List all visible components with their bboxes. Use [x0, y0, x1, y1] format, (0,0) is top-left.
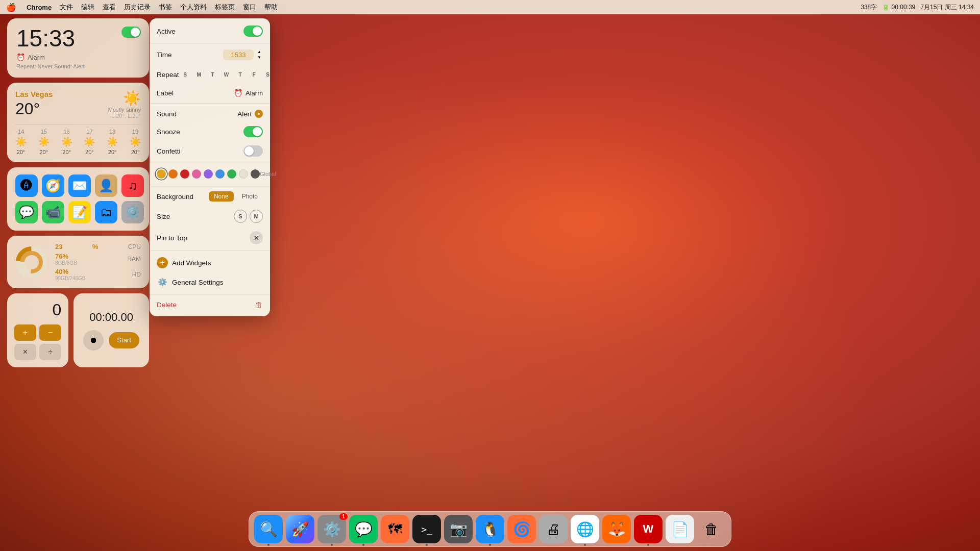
- sp-active-toggle[interactable]: [243, 26, 263, 37]
- sp-repeat-row: Repeat S M T W T F S: [150, 64, 270, 85]
- menubar-file[interactable]: 文件: [60, 3, 73, 12]
- sp-snooze-toggle[interactable]: [243, 126, 263, 137]
- dock-finder[interactable]: 🔍: [254, 515, 283, 543]
- app-messages[interactable]: 💬: [15, 201, 38, 223]
- menubar-help[interactable]: 帮助: [264, 3, 278, 12]
- app-notes[interactable]: 📝: [68, 201, 91, 223]
- dock-trash[interactable]: 🗑: [697, 515, 726, 543]
- menubar-app-name[interactable]: Chrome: [27, 4, 52, 11]
- sp-color-blue[interactable]: [215, 169, 225, 179]
- sp-day-fri[interactable]: F: [248, 68, 260, 81]
- dock-petalmaps[interactable]: 🗺: [381, 515, 409, 543]
- dock-sysprefs-icon: ⚙️: [323, 521, 341, 538]
- sp-day-wed[interactable]: W: [220, 68, 233, 81]
- dock-firefox[interactable]: 🦊: [602, 515, 631, 543]
- app-settings[interactable]: ⚙️: [121, 201, 144, 223]
- forecast-temp-3: 20°: [85, 149, 94, 155]
- sp-bg-none-btn[interactable]: None: [209, 191, 234, 202]
- sp-divider-2: [150, 103, 270, 104]
- stopwatch-controls: ⏺ Start: [83, 330, 139, 350]
- stats-hd-row: 40% 99GB/246GB HD: [55, 268, 141, 281]
- dock-imagecapture[interactable]: 📷: [444, 515, 473, 543]
- sp-color-pink[interactable]: [192, 169, 201, 179]
- sp-pin-icon[interactable]: ✕: [250, 231, 263, 244]
- dock-qq-dot: [489, 544, 491, 546]
- sp-background-row: Background None Photo: [150, 187, 270, 206]
- sp-day-tue[interactable]: T: [207, 68, 219, 81]
- sp-color-black[interactable]: [251, 169, 260, 179]
- alarm-row: ⏰ Alarm: [16, 53, 140, 61]
- sp-color-green[interactable]: [227, 169, 236, 179]
- sp-day-sun[interactable]: S: [179, 68, 191, 81]
- dock-app9[interactable]: 🌀: [507, 515, 536, 543]
- stats-cpu-val: 23: [55, 243, 62, 251]
- app-appstore[interactable]: 🅐: [15, 174, 38, 197]
- sp-time-down[interactable]: ▼: [256, 55, 263, 60]
- sp-delete-row[interactable]: Delete 🗑: [150, 296, 270, 313]
- dock-app13[interactable]: 📄: [666, 515, 694, 543]
- dock-wps[interactable]: W: [634, 515, 663, 543]
- stopwatch-reset-btn[interactable]: ⏺: [83, 330, 104, 350]
- app-facetime[interactable]: 📹: [42, 201, 64, 223]
- dock-firefox-icon: 🦊: [608, 521, 626, 538]
- menubar-tabs[interactable]: 标签页: [215, 3, 235, 12]
- calc-plus-btn[interactable]: +: [14, 324, 36, 341]
- app-contacts[interactable]: 👤: [95, 174, 117, 197]
- forecast-temp-0: 20°: [17, 149, 26, 155]
- sp-add-widgets-row[interactable]: + Add Widgets: [150, 253, 270, 272]
- sp-sound-value: Alert: [237, 110, 252, 118]
- dock-sysprefs-dot: [331, 544, 333, 546]
- sp-day-thu[interactable]: T: [234, 68, 247, 81]
- stats-donut-chart: [15, 246, 48, 279]
- app-mail[interactable]: ✉️: [68, 174, 91, 197]
- menubar-view[interactable]: 查看: [103, 3, 116, 12]
- apple-menu-icon[interactable]: 🍎: [6, 3, 16, 12]
- sp-color-white[interactable]: [239, 169, 248, 179]
- sp-day-buttons: S M T W T F S: [179, 68, 274, 81]
- menubar-profile[interactable]: 个人资料: [180, 3, 207, 12]
- menubar-battery: 🔋 00:00:39: [882, 4, 915, 11]
- weather-sun-icon: ☀️: [108, 90, 141, 107]
- stats-hd-val: 40: [55, 268, 62, 276]
- sp-confetti-toggle[interactable]: [243, 145, 263, 157]
- sp-divider-1: [150, 43, 270, 43]
- app-safari[interactable]: 🧭: [42, 174, 64, 197]
- clock-toggle[interactable]: [121, 27, 141, 38]
- dock-wps-icon: W: [643, 522, 654, 536]
- sp-day-mon[interactable]: M: [193, 68, 205, 81]
- dock-app9-icon: 🌀: [513, 521, 531, 538]
- app-finder[interactable]: 🗂: [95, 201, 117, 223]
- sp-time-input[interactable]: [223, 49, 254, 60]
- sp-size-m-btn[interactable]: M: [250, 210, 263, 223]
- sp-label-label: Label: [157, 89, 174, 97]
- app-music[interactable]: ♫: [121, 174, 144, 197]
- stopwatch-start-btn[interactable]: Start: [109, 332, 139, 348]
- dock-launchpad[interactable]: 🚀: [286, 515, 314, 543]
- sp-general-settings-row[interactable]: ⚙️ General Settings: [150, 272, 270, 292]
- sp-day-sat[interactable]: S: [262, 68, 274, 81]
- weather-range: L:20°, L:20°: [108, 113, 141, 119]
- sp-color-purple[interactable]: [204, 169, 213, 179]
- sp-color-red[interactable]: [180, 169, 189, 179]
- sp-time-up[interactable]: ▲: [256, 49, 263, 55]
- dock-chrome[interactable]: 🌐: [571, 515, 599, 543]
- dock-sysprefs[interactable]: ⚙️ 1: [317, 515, 346, 543]
- calc-divide-btn[interactable]: ÷: [39, 344, 61, 360]
- sp-color-orange[interactable]: [168, 169, 178, 179]
- calc-minus-btn[interactable]: −: [39, 324, 61, 341]
- sp-size-s-btn[interactable]: S: [234, 210, 247, 223]
- calc-multiply-btn[interactable]: ×: [14, 344, 36, 360]
- menubar-window[interactable]: 窗口: [243, 3, 256, 12]
- menubar-history[interactable]: 历史记录: [124, 3, 151, 12]
- sp-time-spinners: ▲ ▼: [256, 49, 263, 60]
- dock-terminal[interactable]: >_: [412, 515, 441, 543]
- menubar-bookmarks[interactable]: 书签: [159, 3, 172, 12]
- dock-wechat[interactable]: 💬: [349, 515, 378, 543]
- sp-bg-photo-btn[interactable]: Photo: [237, 191, 263, 202]
- dock-qq[interactable]: 🐧: [476, 515, 504, 543]
- menubar-edit[interactable]: 编辑: [81, 3, 94, 12]
- sp-color-yellow[interactable]: [157, 169, 166, 179]
- dock-printer[interactable]: 🖨: [539, 515, 568, 543]
- settings-popup: Active Time ▲ ▼ Repeat S M T W T F S L: [150, 18, 270, 316]
- sp-trash-icon: 🗑: [255, 300, 263, 309]
